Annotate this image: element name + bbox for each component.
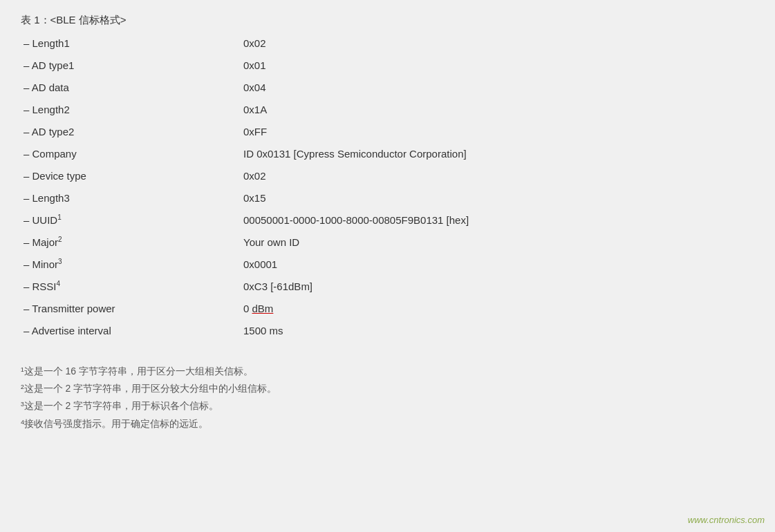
row-value: 0x04	[242, 77, 754, 99]
row-value: 0xC3 [-61dBm]	[242, 276, 754, 298]
row-value: Your own ID	[242, 231, 754, 254]
row-label: – UUID1	[21, 209, 242, 231]
table-row: – Major2Your own ID	[21, 231, 754, 254]
table-row: – Advertise interval1500 ms	[21, 320, 754, 342]
row-label: – RSSI4	[21, 276, 242, 298]
table-row: – Transmitter power0 dBm	[21, 298, 754, 320]
row-value: 0 dBm	[242, 298, 754, 320]
footnote-2: ²这是一个 2 字节字符串，用于区分较大分组中的小组信标。	[21, 380, 754, 397]
table-row: – RSSI40xC3 [-61dBm]	[21, 276, 754, 298]
watermark: www.cntronics.com	[688, 515, 765, 525]
row-label: – AD type1	[21, 55, 242, 77]
row-value: ID 0x0131 [Cypress Semiconductor Corpora…	[242, 143, 754, 165]
row-value: 0x01	[242, 55, 754, 77]
table-row: – AD type20xFF	[21, 121, 754, 143]
table-row: – AD type10x01	[21, 55, 754, 77]
table-row: – Device type0x02	[21, 165, 754, 187]
table-row: – UUID100050001-0000-1000-8000-00805F9B0…	[21, 209, 754, 231]
row-value: 0x15	[242, 187, 754, 209]
row-label: – Major2	[21, 231, 242, 254]
table-title: 表 1：<BLE 信标格式>	[21, 14, 754, 27]
footnotes-section: ¹这是一个 16 字节字符串，用于区分一大组相关信标。²这是一个 2 字节字符串…	[21, 363, 754, 433]
row-label: – Minor3	[21, 254, 242, 276]
table-row: – Length30x15	[21, 187, 754, 209]
footnote-4: ⁴接收信号强度指示。用于确定信标的远近。	[21, 415, 754, 433]
row-label: – Length1	[21, 32, 242, 55]
row-value: 0x02	[242, 165, 754, 187]
row-label: – Length2	[21, 99, 242, 121]
table-row: – Length10x02	[21, 32, 754, 55]
table-row: – CompanyID 0x0131 [Cypress Semiconducto…	[21, 143, 754, 165]
table-row: – Minor30x0001	[21, 254, 754, 276]
row-label: – Advertise interval	[21, 320, 242, 342]
row-value: 1500 ms	[242, 320, 754, 342]
row-label: – AD type2	[21, 121, 242, 143]
row-value: 0x0001	[242, 254, 754, 276]
row-label: – Company	[21, 143, 242, 165]
row-label: – Device type	[21, 165, 242, 187]
footnote-3: ³这是一个 2 字节字符串，用于标识各个信标。	[21, 397, 754, 415]
table-row: – AD data0x04	[21, 77, 754, 99]
row-value: 0x1A	[242, 99, 754, 121]
row-label: – Length3	[21, 187, 242, 209]
row-value: 00050001-0000-1000-8000-00805F9B0131 [he…	[242, 209, 754, 231]
row-label: – Transmitter power	[21, 298, 242, 320]
ble-data-table: – Length10x02– AD type10x01– AD data0x04…	[21, 32, 754, 342]
row-label: – AD data	[21, 77, 242, 99]
row-value: 0x02	[242, 32, 754, 55]
row-value: 0xFF	[242, 121, 754, 143]
table-row: – Length20x1A	[21, 99, 754, 121]
footnote-1: ¹这是一个 16 字节字符串，用于区分一大组相关信标。	[21, 363, 754, 380]
